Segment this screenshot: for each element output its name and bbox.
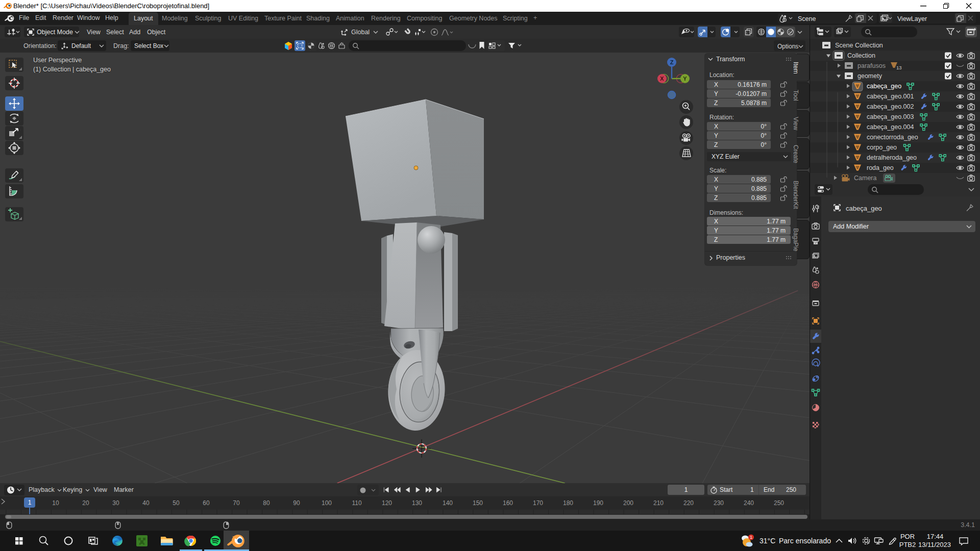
svg-text:X: X bbox=[660, 76, 664, 82]
svg-text:Z: Z bbox=[670, 59, 674, 65]
svg-text:13: 13 bbox=[896, 65, 902, 70]
svg-text:1: 1 bbox=[750, 535, 752, 540]
svg-text:Y: Y bbox=[683, 76, 687, 82]
